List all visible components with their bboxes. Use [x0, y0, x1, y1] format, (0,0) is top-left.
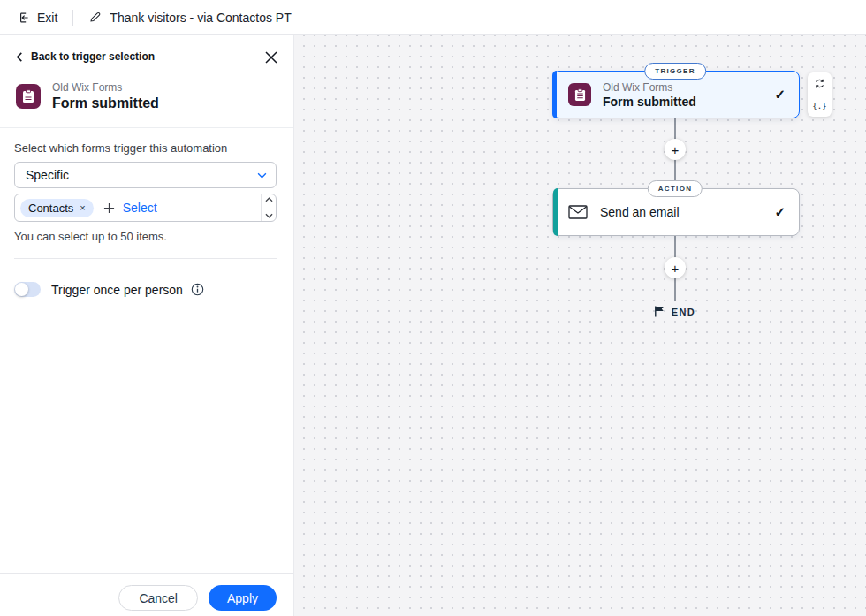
panel-trigger-title: Form submitted: [52, 95, 159, 111]
flow-end-marker: END: [655, 306, 695, 317]
end-flag-icon: [655, 306, 665, 317]
code-braces-icon: {.}: [812, 102, 826, 110]
email-envelope-icon: [568, 205, 588, 219]
header-divider: [0, 127, 293, 128]
multiselect-scroll: [261, 194, 276, 221]
apply-button[interactable]: Apply: [209, 585, 277, 611]
plus-icon: +: [672, 262, 680, 275]
add-select-label: Select: [123, 201, 157, 215]
trigger-settings-panel: Back to trigger selection Old Wix Forms …: [0, 35, 294, 616]
replace-trigger-button[interactable]: [808, 72, 832, 95]
forms-field-label: Select which forms trigger this automati…: [14, 141, 277, 155]
selected-form-tag: Contacts ×: [20, 199, 94, 217]
back-label: Back to trigger selection: [31, 50, 155, 63]
action-node-accent: [553, 188, 558, 236]
trigger-once-toggle[interactable]: [14, 282, 41, 297]
forms-multiselect[interactable]: Contacts × Select: [14, 194, 277, 222]
automation-flow-canvas[interactable]: TRIGGER Old Wix Forms Form submitted ✓: [294, 35, 866, 616]
exit-label: Exit: [37, 11, 57, 25]
swap-icon: [814, 78, 825, 89]
trigger-node-app-name: Old Wix Forms: [603, 81, 696, 94]
info-icon[interactable]: [191, 283, 204, 296]
forms-filter-select[interactable]: Specific: [14, 162, 277, 188]
chevron-left-icon: [16, 52, 23, 62]
payload-code-button[interactable]: {.}: [808, 95, 832, 117]
automation-title: Thank visitors - via Contactos PT: [110, 11, 291, 25]
add-form-select[interactable]: Select: [103, 201, 157, 215]
topbar-divider: [72, 10, 73, 26]
selection-limit-helper: You can select up to 50 items.: [14, 230, 277, 243]
check-icon: ✓: [774, 204, 786, 220]
action-badge: ACTION: [648, 180, 703, 197]
chevron-down-icon[interactable]: [265, 213, 273, 218]
trigger-node-title: Form submitted: [603, 95, 696, 109]
chevron-up-icon[interactable]: [265, 197, 273, 202]
rename-pencil-icon[interactable]: [88, 11, 102, 24]
add-step-button-2[interactable]: +: [665, 257, 686, 278]
add-step-button-1[interactable]: +: [665, 139, 686, 160]
exit-icon: [16, 11, 30, 25]
exit-button[interactable]: Exit: [16, 11, 57, 25]
toggle-knob: [15, 283, 28, 296]
section-divider: [14, 258, 277, 259]
chevron-down-icon: [257, 172, 267, 179]
close-icon: [265, 51, 277, 64]
plus-icon: +: [672, 143, 680, 156]
check-icon: ✓: [774, 87, 786, 103]
top-bar: Exit Thank visitors - via Contactos PT: [0, 0, 866, 35]
old-wix-forms-app-icon: [16, 84, 41, 109]
end-label: END: [672, 307, 695, 317]
trigger-node-accent: [552, 71, 557, 118]
trigger-badge: TRIGGER: [644, 63, 706, 80]
tag-remove-icon[interactable]: ×: [80, 203, 85, 213]
trigger-node-toolbar: {.}: [808, 72, 832, 117]
tag-label: Contacts: [28, 202, 73, 215]
old-wix-forms-app-icon: [568, 83, 591, 106]
forms-filter-value: Specific: [26, 168, 69, 182]
panel-footer: Cancel Apply: [0, 573, 293, 616]
app-name: Old Wix Forms: [52, 81, 159, 94]
cancel-button[interactable]: Cancel: [118, 585, 198, 611]
close-panel-button[interactable]: [263, 49, 279, 65]
toggle-label: Trigger once per person: [51, 283, 183, 297]
back-to-trigger-selection[interactable]: Back to trigger selection: [16, 50, 277, 63]
plus-icon: [103, 202, 115, 214]
action-node-title: Send an email: [600, 205, 680, 219]
